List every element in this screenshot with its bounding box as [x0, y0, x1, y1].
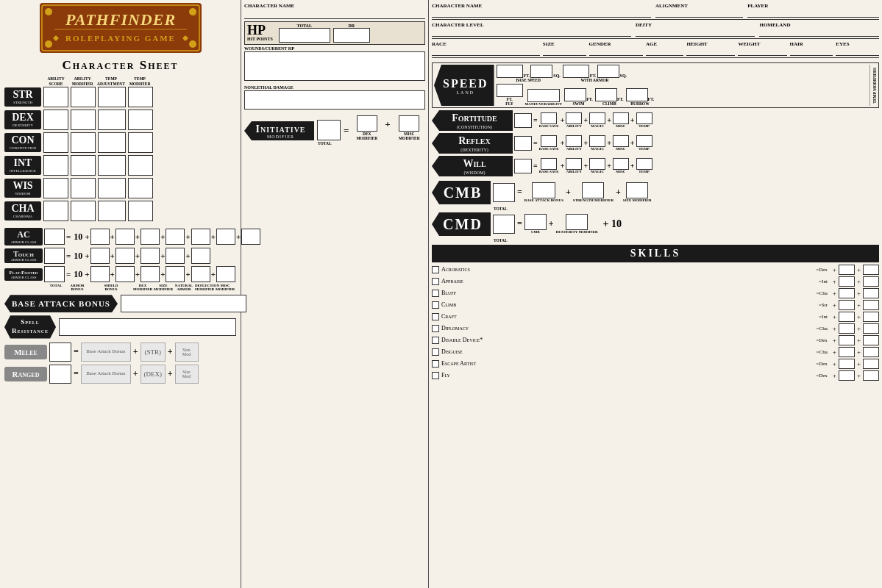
will-temp[interactable]: [636, 158, 652, 170]
wis-temp-adj[interactable]: [98, 178, 126, 198]
diplomacy-checkbox[interactable]: [432, 325, 439, 332]
wis-temp-mod[interactable]: [128, 178, 153, 198]
touch-box1[interactable]: [90, 248, 110, 264]
armor-speed-input[interactable]: [563, 65, 589, 78]
ref-total[interactable]: [514, 136, 532, 151]
fly-checkbox[interactable]: [432, 372, 439, 379]
fly-input[interactable]: [497, 84, 523, 97]
str-modifier[interactable]: [71, 87, 96, 107]
appraise-checkbox[interactable]: [432, 278, 439, 285]
climb-checkbox[interactable]: [432, 301, 439, 309]
con-modifier[interactable]: [71, 132, 96, 153]
appraise-box2[interactable]: [863, 276, 879, 287]
init-total-input[interactable]: [317, 120, 341, 140]
ref-ability[interactable]: [566, 135, 582, 147]
climb-box2[interactable]: [863, 300, 879, 310]
base-speed-sq[interactable]: [530, 65, 552, 78]
cha-score[interactable]: [43, 201, 68, 221]
ff-deflect[interactable]: [191, 266, 210, 282]
ac-dex[interactable]: [141, 229, 160, 245]
ac-size[interactable]: [166, 229, 185, 245]
fort-ability[interactable]: [566, 112, 582, 124]
fort-magic[interactable]: [589, 112, 605, 124]
craft-checkbox[interactable]: [432, 313, 439, 320]
con-temp-adj[interactable]: [98, 132, 126, 153]
craft-box2[interactable]: [863, 312, 879, 322]
hp-dr-input[interactable]: [333, 28, 370, 43]
cmd-total[interactable]: [493, 215, 515, 234]
ff-misc[interactable]: [216, 266, 235, 282]
fly-box2[interactable]: [863, 370, 879, 381]
will-misc[interactable]: [613, 158, 629, 170]
fort-misc[interactable]: [613, 112, 629, 124]
disguise-box2[interactable]: [863, 347, 879, 357]
str-temp-mod[interactable]: [128, 87, 153, 107]
fly-box[interactable]: [839, 370, 855, 381]
swim-input[interactable]: [564, 88, 586, 101]
ff-natural[interactable]: [166, 266, 185, 282]
dex-temp-mod[interactable]: [128, 110, 153, 130]
cmb-bab[interactable]: [532, 182, 555, 198]
fort-total[interactable]: [514, 113, 532, 128]
cha-modifier[interactable]: [71, 201, 96, 221]
con-score[interactable]: [43, 132, 68, 153]
bluff-box2[interactable]: [863, 288, 879, 298]
maneuv-input[interactable]: [527, 89, 560, 102]
fort-base[interactable]: [541, 112, 557, 124]
cmb-total[interactable]: [493, 183, 515, 202]
spell-resistance-input[interactable]: [59, 318, 236, 336]
str-score[interactable]: [43, 87, 68, 107]
climb-box[interactable]: [839, 300, 855, 310]
cmd-dex[interactable]: [566, 214, 588, 230]
disguise-box[interactable]: [839, 347, 855, 357]
escape-artist-box2[interactable]: [863, 359, 879, 369]
dex-score[interactable]: [43, 110, 68, 130]
int-score[interactable]: [43, 155, 68, 176]
ac-natural[interactable]: [191, 229, 210, 245]
base-attack-bonus-input[interactable]: [121, 295, 246, 312]
int-temp-adj[interactable]: [98, 155, 126, 176]
escape-artist-box[interactable]: [839, 359, 855, 369]
ac-shield[interactable]: [115, 229, 135, 245]
cha-temp-mod[interactable]: [128, 201, 153, 221]
dex-temp-adj[interactable]: [98, 110, 126, 130]
ac-total[interactable]: [44, 229, 65, 245]
ref-misc[interactable]: [613, 135, 629, 147]
bluff-checkbox[interactable]: [432, 290, 439, 297]
ff-shield[interactable]: [115, 266, 135, 282]
will-magic[interactable]: [589, 158, 605, 170]
wounds-input[interactable]: [244, 51, 425, 81]
ref-magic[interactable]: [589, 135, 605, 147]
disguise-checkbox[interactable]: [432, 348, 439, 356]
diplomacy-box2[interactable]: [863, 323, 879, 334]
bluff-box[interactable]: [839, 288, 855, 298]
ref-temp[interactable]: [636, 135, 652, 147]
burrow-input[interactable]: [626, 88, 648, 101]
will-ability[interactable]: [566, 158, 582, 170]
init-misc-input[interactable]: [399, 115, 419, 132]
str-temp-adj[interactable]: [98, 87, 126, 107]
disable-device-box[interactable]: [839, 335, 855, 345]
ff-armor[interactable]: [90, 266, 110, 282]
wis-modifier[interactable]: [71, 178, 96, 198]
disable-device-checkbox[interactable]: [432, 337, 439, 344]
cha-temp-adj[interactable]: [98, 201, 126, 221]
climb-input[interactable]: [595, 88, 617, 101]
ac-deflect[interactable]: [216, 229, 235, 245]
cmd-cmb[interactable]: [524, 214, 547, 230]
touch-box4[interactable]: [166, 248, 185, 264]
fort-temp[interactable]: [636, 112, 652, 124]
con-temp-mod[interactable]: [128, 132, 153, 153]
acrobatics-box[interactable]: [839, 265, 855, 275]
ref-base[interactable]: [541, 135, 557, 147]
will-base[interactable]: [541, 158, 557, 170]
melee-total[interactable]: [49, 343, 71, 362]
ranged-total[interactable]: [49, 365, 71, 384]
touch-total[interactable]: [44, 248, 65, 264]
int-modifier[interactable]: [71, 155, 96, 176]
cmb-str[interactable]: [582, 182, 604, 198]
acrobatics-checkbox[interactable]: [432, 266, 439, 273]
touch-box2[interactable]: [115, 248, 135, 264]
disable-device-box2[interactable]: [863, 335, 879, 345]
dex-modifier[interactable]: [71, 110, 96, 130]
